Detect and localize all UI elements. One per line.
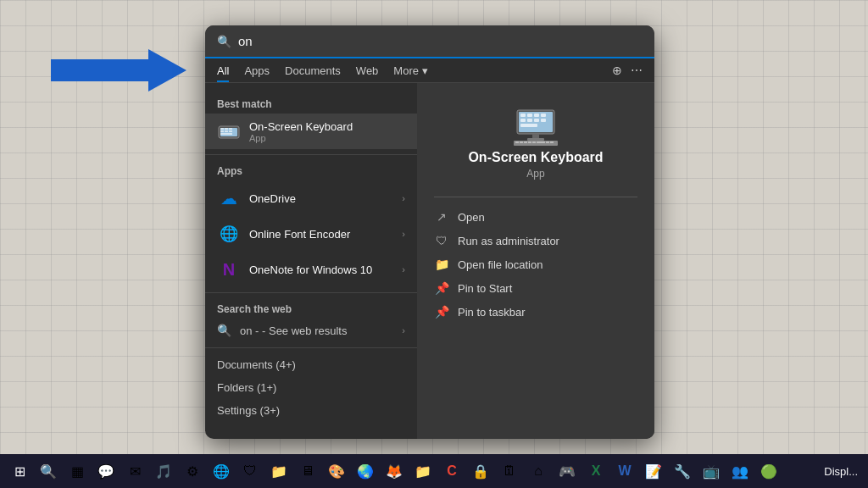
svg-rect-21: [532, 134, 539, 138]
taskbar-home[interactable]: ⌂: [526, 458, 551, 484]
tab-all[interactable]: All: [217, 64, 229, 82]
web-search-text: on - - See web results: [240, 324, 347, 337]
taskbar-whatsapp[interactable]: 🟢: [756, 458, 782, 484]
right-panel-type: App: [526, 168, 544, 180]
onenote-title: OneNote for Windows 10: [249, 263, 393, 276]
web-search-icon: 🔍: [217, 324, 231, 337]
search-icon: 🔍: [217, 35, 231, 48]
more-icon[interactable]: ⋯: [631, 64, 643, 77]
app-onedrive[interactable]: ☁ OneDrive ›: [205, 180, 417, 216]
taskbar-files[interactable]: 📁: [266, 458, 292, 484]
onedrive-text: OneDrive: [249, 192, 393, 205]
left-panel: Best match On-Scr: [205, 83, 417, 439]
action-location-label: Open file location: [458, 258, 542, 271]
best-match-icon: [217, 119, 241, 143]
app-onenote[interactable]: N OneNote for Windows 10 ›: [205, 252, 417, 287]
start-button[interactable]: ⊞: [7, 458, 32, 484]
onenote-icon: N: [217, 258, 241, 281]
svg-rect-13: [527, 114, 532, 117]
action-run-admin[interactable]: 🛡 Run as administrator: [434, 231, 637, 250]
taskbar-taskview[interactable]: ▦: [64, 458, 90, 484]
system-tray: Displ...: [821, 463, 861, 480]
taskbar-search[interactable]: 🔍: [36, 458, 61, 484]
taskbar-video[interactable]: 📺: [698, 458, 724, 484]
settings-section[interactable]: Settings (3+): [205, 399, 417, 422]
taskbar-tools[interactable]: 🔧: [670, 458, 695, 484]
action-divider: [434, 197, 637, 197]
pin-taskbar-icon: 📌: [434, 305, 449, 319]
taskbar-notepad[interactable]: 📝: [641, 458, 666, 484]
best-match-title: On-Screen Keyboard: [249, 120, 405, 133]
web-search-item[interactable]: 🔍 on - - See web results ›: [205, 319, 417, 342]
action-file-location[interactable]: 📁 Open file location: [434, 255, 637, 274]
svg-rect-12: [520, 114, 526, 117]
right-panel: On-Screen Keyboard App ↗ Open 🛡 Run as a…: [417, 83, 654, 439]
tab-documents[interactable]: Documents: [285, 64, 341, 82]
taskbar-paint[interactable]: 🎨: [324, 458, 349, 484]
divider-3: [205, 347, 417, 348]
search-input[interactable]: [238, 34, 643, 48]
taskbar-music[interactable]: 🎵: [151, 458, 176, 484]
taskbar-teams[interactable]: 👥: [727, 458, 753, 484]
taskbar-browser1[interactable]: 🌐: [209, 458, 234, 484]
taskbar-security[interactable]: 🛡: [237, 458, 263, 484]
action-pin-taskbar[interactable]: 📌 Pin to taskbar: [434, 302, 637, 321]
best-match-item[interactable]: On-Screen Keyboard App: [205, 114, 417, 149]
share-icon[interactable]: ⊕: [612, 64, 622, 77]
taskbar-lock[interactable]: 🔒: [468, 458, 493, 484]
blue-arrow: [51, 49, 186, 92]
svg-rect-25: [520, 141, 523, 143]
svg-rect-30: [546, 141, 549, 143]
folders-section[interactable]: Folders (1+): [205, 376, 417, 399]
app-font-encoder[interactable]: 🌐 Online Font Encoder ›: [205, 216, 417, 252]
apps-label: Apps: [205, 160, 417, 180]
divider-2: [205, 292, 417, 293]
app-large-icon: [510, 108, 561, 150]
onenote-text: OneNote for Windows 10: [249, 263, 393, 276]
main-content: Best match On-Scr: [205, 83, 654, 439]
font-encoder-title: Online Font Encoder: [249, 228, 393, 241]
svg-rect-3: [220, 128, 224, 130]
action-admin-label: Run as administrator: [458, 235, 559, 247]
svg-rect-18: [534, 119, 539, 122]
taskbar-edge[interactable]: 🌏: [353, 458, 378, 484]
svg-rect-16: [520, 119, 526, 122]
tab-more[interactable]: More ▾: [393, 64, 427, 82]
taskbar-word[interactable]: W: [612, 458, 637, 484]
taskbar-mail[interactable]: ✉: [122, 458, 147, 484]
taskbar-chat[interactable]: 💬: [93, 458, 119, 484]
taskbar-folder2[interactable]: 📁: [410, 458, 436, 484]
right-panel-title: On-Screen Keyboard: [468, 150, 603, 165]
pin-start-icon: 📌: [434, 281, 449, 295]
documents-section[interactable]: Documents (4+): [205, 353, 417, 376]
taskbar-settings[interactable]: ⚙: [180, 458, 205, 484]
taskbar-chrome[interactable]: C: [439, 458, 465, 484]
best-match-subtitle: App: [249, 133, 405, 143]
taskbar-game[interactable]: 🎮: [554, 458, 580, 484]
search-window: 🔍 All Apps Documents Web More ▾ ⊕ ⋯ Best…: [205, 25, 654, 439]
action-open[interactable]: ↗ Open: [434, 208, 637, 226]
search-bar: 🔍: [205, 25, 654, 58]
taskbar-calendar[interactable]: 🗓: [497, 458, 522, 484]
tray-display[interactable]: Displ...: [821, 463, 861, 480]
svg-rect-29: [537, 141, 545, 143]
open-icon: ↗: [434, 210, 449, 224]
svg-rect-20: [520, 124, 537, 127]
action-pin-start[interactable]: 📌 Pin to Start: [434, 279, 637, 297]
action-list: ↗ Open 🛡 Run as administrator 📁 Open fil…: [434, 208, 637, 321]
svg-rect-7: [225, 130, 228, 132]
svg-marker-0: [51, 49, 186, 92]
action-pin-start-label: Pin to Start: [458, 282, 512, 295]
best-match-label: Best match: [205, 93, 417, 114]
taskbar-excel[interactable]: X: [583, 458, 609, 484]
svg-rect-27: [528, 141, 531, 143]
tab-web[interactable]: Web: [356, 64, 379, 82]
svg-rect-4: [225, 128, 228, 130]
svg-rect-26: [524, 141, 527, 143]
tab-apps[interactable]: Apps: [244, 64, 270, 82]
taskbar-firefox[interactable]: 🦊: [381, 458, 407, 484]
font-encoder-chevron: ›: [402, 229, 405, 239]
taskbar-monitor[interactable]: 🖥: [295, 458, 320, 484]
onedrive-title: OneDrive: [249, 192, 393, 205]
svg-rect-9: [220, 133, 232, 135]
